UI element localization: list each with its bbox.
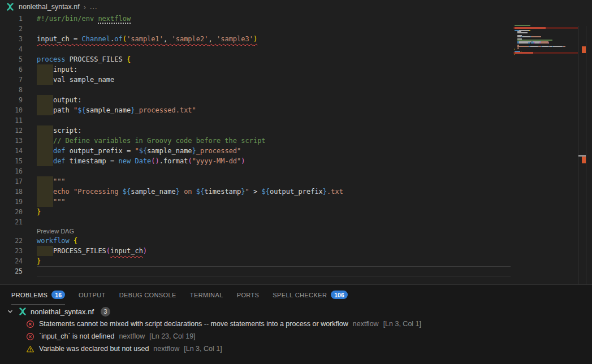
code-token: new bbox=[119, 157, 131, 165]
code-token: "yyyy-MM-dd" bbox=[192, 157, 241, 165]
panel-tab-problems[interactable]: PROBLEMS16 bbox=[11, 285, 65, 305]
code-line[interactable]: 9 output: bbox=[0, 95, 512, 105]
code-token: { bbox=[127, 55, 131, 63]
code-token: workflow bbox=[37, 237, 70, 245]
line-number: 18 bbox=[0, 187, 23, 197]
code-token: ( bbox=[106, 247, 110, 255]
code-line[interactable]: 3input_ch = Channel.of('sample1', 'sampl… bbox=[0, 34, 512, 44]
minimap-code-bar bbox=[519, 42, 528, 44]
code-token: echo bbox=[53, 188, 74, 196]
indent-guide-block bbox=[37, 64, 53, 75]
code-line[interactable]: 1#!/usr/bin/env nextflow bbox=[0, 14, 512, 24]
panel-tab-label: SPELL CHECKER bbox=[273, 292, 327, 298]
code-line[interactable]: 19 """ bbox=[0, 197, 512, 207]
current-line-highlight bbox=[37, 266, 511, 276]
line-number: 11 bbox=[0, 115, 23, 125]
line-content: input_ch = Channel.of('sample1', 'sample… bbox=[37, 34, 257, 44]
problem-row[interactable]: `input_ch` is not definednextflow[Ln 23,… bbox=[0, 330, 592, 343]
panel-tab-ports[interactable]: PORTS bbox=[237, 285, 260, 305]
code-token: , bbox=[209, 35, 217, 43]
minimap-error-highlight bbox=[513, 52, 578, 54]
panel-tab-debug-console[interactable]: DEBUG CONSOLE bbox=[119, 285, 176, 305]
code-token: ${ bbox=[196, 188, 204, 196]
panel-tab-output[interactable]: OUTPUT bbox=[79, 285, 106, 305]
chevron-down-icon[interactable] bbox=[6, 307, 15, 316]
panel-tab-label: DEBUG CONSOLE bbox=[119, 292, 176, 298]
code-line[interactable]: 14 def output_prefix = "${sample_name}_p… bbox=[0, 146, 512, 156]
problem-message: Variable was declared but not used bbox=[39, 345, 149, 353]
code-token: // Define variables in Groovy code befor… bbox=[53, 137, 266, 145]
code-token: PROCESS_FILES bbox=[53, 247, 106, 255]
code-line[interactable]: 8 bbox=[0, 85, 512, 95]
line-number: 19 bbox=[0, 197, 23, 207]
error-squiggle-span: input_ch = Channel.of('sample1', 'sample… bbox=[37, 35, 257, 43]
code-token: ( bbox=[188, 157, 192, 165]
code-line[interactable]: 13 // Define variables in Groovy code be… bbox=[0, 136, 512, 146]
code-line[interactable]: 11 bbox=[0, 115, 512, 125]
code-line[interactable]: 23 PROCESS_FILES(input_ch) bbox=[0, 246, 512, 256]
code-token: of bbox=[114, 35, 122, 43]
line-content: echo "Processing ${sample_name} on ${tim… bbox=[37, 187, 343, 197]
line-content: def timestamp = new Date().format("yyyy-… bbox=[37, 156, 245, 166]
code-line[interactable]: 20} bbox=[0, 207, 512, 217]
code-token: def bbox=[53, 157, 66, 165]
line-content: """ bbox=[37, 197, 66, 207]
line-number: 13 bbox=[0, 136, 23, 146]
code-line[interactable]: 7 val sample_name bbox=[0, 75, 512, 85]
panel-tab-spell-checker[interactable]: SPELL CHECKER106 bbox=[273, 285, 347, 305]
indent-guide-block bbox=[37, 125, 53, 136]
code-line[interactable]: 24} bbox=[0, 256, 512, 266]
problem-source: nextflow bbox=[153, 345, 179, 353]
panel-tab-badge: 16 bbox=[51, 291, 65, 299]
code-token: output_prefix bbox=[270, 188, 323, 196]
code-token: ${ bbox=[261, 188, 269, 196]
code-line[interactable]: 22workflow { bbox=[0, 236, 512, 246]
code-line[interactable]: 16 bbox=[0, 166, 512, 176]
code-token: 'sample2' bbox=[171, 35, 208, 43]
problem-row[interactable]: Statements cannot be mixed with script d… bbox=[0, 318, 592, 330]
codelens-preview-dag[interactable]: Preview DAG bbox=[0, 227, 512, 236]
minimap[interactable] bbox=[512, 27, 592, 298]
code-line[interactable]: 12 script: bbox=[0, 125, 512, 136]
line-number: 20 bbox=[0, 207, 23, 217]
code-line[interactable]: 10 path "${sample_name}_processed.txt" bbox=[0, 105, 512, 115]
code-token: 'sample1' bbox=[127, 35, 163, 43]
code-token: ) bbox=[253, 35, 257, 43]
nextflow-file-icon bbox=[18, 307, 27, 316]
breadcrumb-separator-icon: › bbox=[84, 3, 86, 11]
problems-list: Statements cannot be mixed with script d… bbox=[0, 318, 592, 355]
line-number: 1 bbox=[0, 14, 23, 24]
code-line[interactable]: 4 bbox=[0, 44, 512, 54]
scrollbar-slider[interactable] bbox=[578, 155, 586, 157]
problems-file-name: nonlethal_syntax.nf bbox=[31, 307, 94, 316]
code-line[interactable]: 21 bbox=[0, 217, 512, 227]
problem-source: nextflow bbox=[353, 320, 379, 328]
line-number: 2 bbox=[0, 24, 23, 34]
overview-ruler-error-mark bbox=[582, 46, 586, 53]
minimap-code-bar bbox=[522, 36, 530, 37]
code-line[interactable]: 15 def timestamp = new Date().format("yy… bbox=[0, 156, 512, 166]
code-line[interactable]: 25 bbox=[0, 266, 512, 276]
panel-tab-terminal[interactable]: TERMINAL bbox=[190, 285, 223, 305]
problem-row[interactable]: Variable was declared but not usednextfl… bbox=[0, 343, 592, 355]
code-line[interactable]: 18 echo "Processing ${sample_name} on ${… bbox=[0, 187, 512, 197]
code-line[interactable]: 2 bbox=[0, 24, 512, 34]
minimap-code-bar bbox=[521, 46, 529, 47]
overview-ruler-border-left bbox=[578, 26, 578, 296]
code-line[interactable]: 6 input: bbox=[0, 64, 512, 75]
overview-ruler-border-right bbox=[586, 26, 586, 296]
code-editor[interactable]: 1#!/usr/bin/env nextflow23input_ch = Cha… bbox=[0, 14, 578, 284]
code-line[interactable]: 5process PROCESS_FILES { bbox=[0, 54, 512, 64]
problems-file-group[interactable]: nonlethal_syntax.nf 3 bbox=[0, 305, 592, 318]
breadcrumb-more[interactable]: ... bbox=[90, 3, 97, 11]
code-token: ) bbox=[143, 247, 147, 255]
problem-message: Statements cannot be mixed with script d… bbox=[39, 320, 348, 328]
code-line[interactable]: 17 """ bbox=[0, 176, 512, 187]
panel-tab-bar: PROBLEMS16OUTPUTDEBUG CONSOLETERMINALPOR… bbox=[0, 285, 592, 305]
code-token: Date bbox=[135, 157, 151, 165]
code-token: "Processing bbox=[74, 188, 123, 196]
code-token: input_ch bbox=[37, 35, 70, 43]
problems-file-count-badge: 3 bbox=[101, 307, 110, 317]
code-token: PROCESS_FILES bbox=[66, 55, 127, 63]
breadcrumb-filename[interactable]: nonlethal_syntax.nf bbox=[19, 3, 80, 11]
